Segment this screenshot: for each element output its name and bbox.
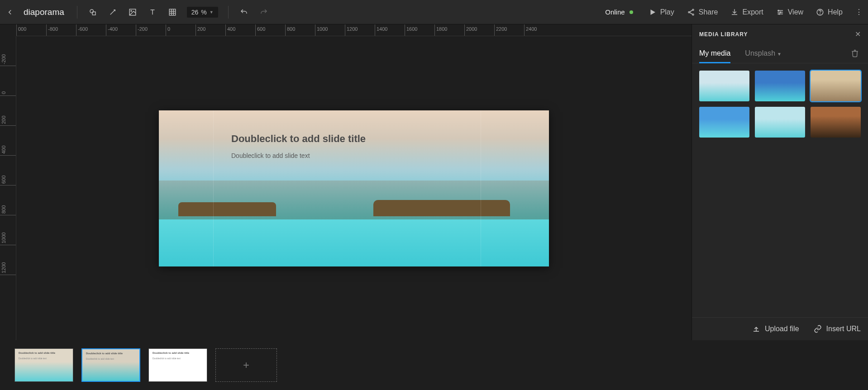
media-thumb[interactable] (699, 107, 749, 138)
redo-icon[interactable] (257, 5, 271, 19)
add-slide-button[interactable]: + (215, 348, 277, 382)
close-icon[interactable]: ✕ (855, 30, 861, 38)
tab-unsplash[interactable]: Unsplash▼ (745, 46, 782, 63)
panel-title: MEDIA LIBRARY (699, 31, 748, 38)
svg-line-16 (690, 10, 692, 12)
ruler-vertical: -200020040060080010001200 (0, 36, 16, 340)
ruler-tick: 800 (0, 185, 16, 215)
ruler-tick: -200 (136, 24, 166, 36)
export-button[interactable]: Export (730, 8, 763, 16)
ruler-tick: 200 (196, 24, 225, 36)
ruler-tick: 800 (285, 24, 315, 36)
media-thumb[interactable] (811, 107, 861, 138)
image-tool-icon[interactable] (125, 5, 140, 19)
ruler-tick: 0 (0, 66, 16, 96)
svg-line-17 (690, 12, 692, 14)
undo-icon[interactable] (237, 5, 251, 19)
ruler-tick: 1800 (434, 24, 464, 36)
shape-tool-icon[interactable] (86, 5, 100, 19)
svg-point-15 (692, 14, 694, 15)
svg-point-0 (90, 10, 94, 13)
slide-canvas[interactable]: Doubleclick to add slide title Doublecli… (159, 110, 549, 266)
slide-thumbstrip: Doubleclick to add slide title Doublecli… (0, 340, 868, 390)
slide-thumb-2[interactable]: Doubleclick to add slide title Doublecli… (81, 348, 140, 382)
zoom-value: 26 (191, 9, 199, 16)
document-title[interactable]: diaporama (24, 7, 64, 17)
ruler-tick: 1000 (315, 24, 345, 36)
ruler-tick: 400 (225, 24, 255, 36)
svg-point-23 (778, 13, 779, 14)
ruler-tick: 600 (0, 156, 16, 185)
help-button[interactable]: Help (816, 8, 843, 16)
table-tool-icon[interactable] (165, 5, 180, 19)
ruler-tick: 200 (0, 96, 16, 126)
more-menu-icon[interactable]: ⋮ (854, 8, 864, 16)
ruler-tick: 400 (0, 126, 16, 156)
back-button[interactable] (4, 6, 16, 19)
svg-marker-12 (650, 10, 655, 15)
zoom-suffix: % (201, 9, 206, 16)
line-tool-icon[interactable] (105, 5, 120, 19)
ruler-tick: -800 (46, 24, 76, 36)
slide-text-placeholder[interactable]: Doubleclick to add slide text (231, 152, 310, 159)
ruler-tick: 2400 (524, 24, 554, 36)
ruler-tick: 600 (255, 24, 285, 36)
status-label: Online (605, 8, 625, 16)
ruler-tick: -400 (106, 24, 136, 36)
view-button[interactable]: View (776, 8, 803, 16)
zoom-control[interactable]: 26 % ▼ (187, 7, 218, 18)
svg-point-13 (692, 9, 694, 10)
svg-line-2 (110, 10, 115, 14)
svg-point-21 (778, 10, 779, 11)
slide-thumb-3[interactable]: Doubleclick to add slide title Doublecli… (148, 348, 207, 382)
ruler-horizontal: 000-800-600-400-200020040060080010001200… (16, 24, 692, 36)
ruler-tick: 1400 (375, 24, 405, 36)
svg-point-25 (820, 14, 820, 14)
svg-point-22 (780, 11, 781, 12)
ruler-tick: 0 (166, 24, 196, 36)
media-thumb[interactable] (755, 71, 805, 101)
upload-file-button[interactable]: Upload file (752, 325, 799, 333)
play-button[interactable]: Play (649, 8, 674, 16)
canvas-area: 000-800-600-400-200020040060080010001200… (0, 24, 692, 340)
ruler-tick: 2200 (494, 24, 524, 36)
media-thumb[interactable] (699, 71, 749, 101)
ruler-tick: 000 (16, 24, 46, 36)
status-dot-icon (630, 10, 633, 14)
ruler-tick: 1200 (0, 245, 16, 275)
slide-thumb-1[interactable]: Doubleclick to add slide title Doublecli… (14, 348, 73, 382)
ruler-tick: 1200 (345, 24, 375, 36)
media-library-panel: MEDIA LIBRARY ✕ My media Unsplash▼ Uploa… (692, 24, 868, 340)
divider (228, 6, 229, 19)
media-thumb[interactable] (755, 107, 805, 138)
media-thumb[interactable] (811, 71, 861, 101)
chevron-down-icon: ▼ (210, 10, 214, 14)
ruler-tick: 1000 (0, 215, 16, 245)
chevron-down-icon: ▼ (777, 52, 782, 57)
ruler-tick: -600 (76, 24, 106, 36)
trash-icon[interactable] (849, 46, 861, 63)
ruler-tick: -200 (0, 36, 16, 66)
svg-point-4 (131, 10, 132, 11)
ruler-tick: 2000 (464, 24, 494, 36)
slide-title-placeholder[interactable]: Doubleclick to add slide title (231, 133, 366, 145)
tab-my-media[interactable]: My media (699, 46, 730, 63)
svg-point-14 (688, 11, 690, 13)
divider (77, 6, 77, 19)
text-tool-icon[interactable] (145, 5, 160, 19)
svg-rect-7 (169, 9, 176, 15)
insert-url-button[interactable]: Insert URL (814, 325, 861, 333)
share-button[interactable]: Share (687, 8, 718, 16)
top-toolbar: diaporama 26 % ▼ Online Play Share Expor (0, 0, 868, 24)
ruler-tick: 1600 (405, 24, 434, 36)
